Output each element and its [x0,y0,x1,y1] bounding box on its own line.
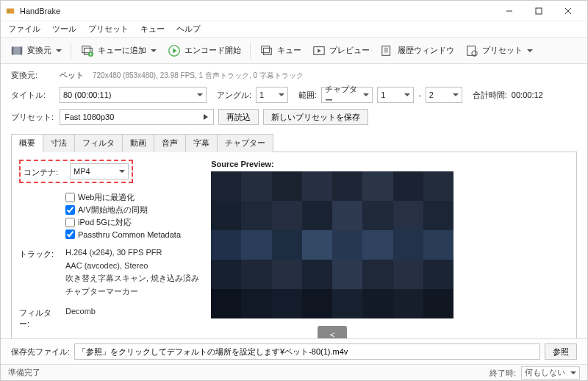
range-dash: - [418,90,421,99]
track-video: H.264 (x264), 30 FPS PFR [65,246,199,260]
destination-row: 保存先ファイル: 参照 [1,338,587,364]
svg-rect-1 [8,10,10,10]
chevron-down-icon [56,49,62,52]
source-name: ペット [60,70,84,81]
chevron-down-icon [151,49,157,52]
menu-help[interactable]: ヘルプ [172,22,205,36]
queue-add-icon [80,43,95,58]
gear-icon [465,43,479,58]
preset-label: プリセット: [11,112,55,123]
menu-queue[interactable]: キュー [136,22,169,36]
play-icon [167,43,182,58]
status-bar: 準備完了 終了時: 何もしない [1,364,587,380]
play-small-icon [203,113,209,121]
history-button[interactable]: 履歴ウィンドウ [376,42,459,60]
menu-tools[interactable]: ツール [48,22,81,36]
tab-strip: 概要 寸法 フィルタ 動画 音声 字幕 チャプター [11,134,577,152]
chevron-down-icon [363,93,369,96]
menubar: ファイル ツール プリセット キュー ヘルプ [1,21,587,38]
tab-video[interactable]: 動画 [122,134,154,152]
preview-label: Source Preview: [211,160,453,168]
queue-button[interactable]: キュー [255,42,306,60]
svg-rect-10 [82,46,90,52]
status-ready: 準備完了 [8,367,40,378]
track-audio: AAC (avcodec), Stereo [65,260,199,273]
filter-label: フィルター: [19,305,60,330]
tab-audio[interactable]: 音声 [154,134,186,152]
angle-select[interactable]: 1 [256,87,288,103]
svg-rect-2 [8,11,10,12]
preview-nav-back[interactable]: < [318,326,347,338]
range-label: 範囲: [298,90,317,101]
ipod-checkbox[interactable]: iPod 5Gに対応 [65,217,181,228]
menu-file[interactable]: ファイル [4,22,45,36]
title-select[interactable]: 80 (00:00:11) [60,87,207,103]
range-mode-select[interactable]: チャプター [321,87,373,103]
separator [250,43,251,59]
angle-label: アングル: [217,90,251,101]
svg-rect-8 [12,46,14,54]
container-label: コンテナ: [24,165,64,178]
chevron-down-icon [404,93,410,96]
tab-panel-summary: コンテナ: MP4 Web用に最適化 A/V開始地点の同期 iPod 5Gに対応… [11,152,577,338]
svg-rect-15 [264,48,272,54]
app-title: HandBrake [20,7,60,15]
track-chapter: チャプターマーカー [65,285,199,299]
title-label: タイトル: [11,90,55,101]
chevron-down-icon [453,93,459,96]
dest-label: 保存先ファイル: [11,346,70,357]
track-subtitle: 吹き替え字幕スキャン, 焼き込み済み [65,272,199,285]
titlebar: HandBrake [1,1,587,21]
film-icon [10,43,24,58]
svg-rect-17 [382,46,390,55]
encode-start-button[interactable]: エンコード開始 [162,42,245,60]
source-button[interactable]: 変換元 [5,42,66,60]
tab-chapters[interactable]: チャプター [217,134,273,152]
chevron-down-icon [197,93,203,96]
source-info: 720x480 (853x480), 23.98 FPS, 1 音声トラック, … [93,71,304,81]
minimize-button[interactable] [495,1,524,21]
reload-button[interactable]: 再読込 [218,109,259,125]
range-to-select[interactable]: 2 [426,87,462,103]
done-action-select[interactable]: 何もしない [521,366,580,380]
container-highlight: コンテナ: MP4 [19,160,133,183]
svg-rect-9 [21,46,23,54]
menu-presets[interactable]: プリセット [84,22,133,36]
tab-filters[interactable]: フィルタ [74,134,123,152]
app-icon [5,6,15,16]
chevron-down-icon [570,371,576,374]
svg-rect-4 [536,8,542,14]
presets-button[interactable]: プリセット [460,42,537,60]
queue-icon [259,43,274,58]
preset-select[interactable]: Fast 1080p30 [60,109,214,125]
close-button[interactable] [553,1,583,21]
toolbar: 変換元 キューに追加 エンコード開始 キュー プレビュー 履歴ウィンドウ プリセ… [1,38,587,64]
svg-rect-14 [262,46,270,52]
duration-label: 合計時間: [473,90,507,101]
filter-value: Decomb [65,305,96,318]
add-queue-button[interactable]: キューに追加 [76,42,161,60]
av-start-checkbox[interactable]: A/V開始地点の同期 [65,204,181,216]
preview-icon [312,43,326,58]
done-label: 終了時: [490,368,516,377]
passthru-checkbox[interactable]: Passthru Common Metadata [65,229,181,239]
tab-dimensions[interactable]: 寸法 [43,134,75,152]
tab-subtitles[interactable]: 字幕 [185,134,218,152]
dest-path-input[interactable] [74,343,540,360]
track-label: トラック: [19,246,60,260]
browse-button[interactable]: 参照 [545,343,577,360]
range-from-select[interactable]: 1 [377,87,414,103]
separator [71,43,71,59]
save-preset-button[interactable]: 新しいプリセットを保存 [263,109,368,125]
maximize-button[interactable] [524,1,553,21]
source-label: 変換元: [11,70,55,81]
source-preview [211,171,453,318]
container-select[interactable]: MP4 [70,163,129,179]
web-optimize-checkbox[interactable]: Web用に最適化 [65,192,181,203]
preview-button[interactable]: プレビュー [307,42,374,60]
history-icon [380,43,395,58]
content-area: 変換元: ペット 720x480 (853x480), 23.98 FPS, 1… [1,64,587,338]
duration-value: 00:00:12 [512,90,543,99]
tab-summary[interactable]: 概要 [11,134,43,152]
chevron-down-icon [119,170,125,173]
